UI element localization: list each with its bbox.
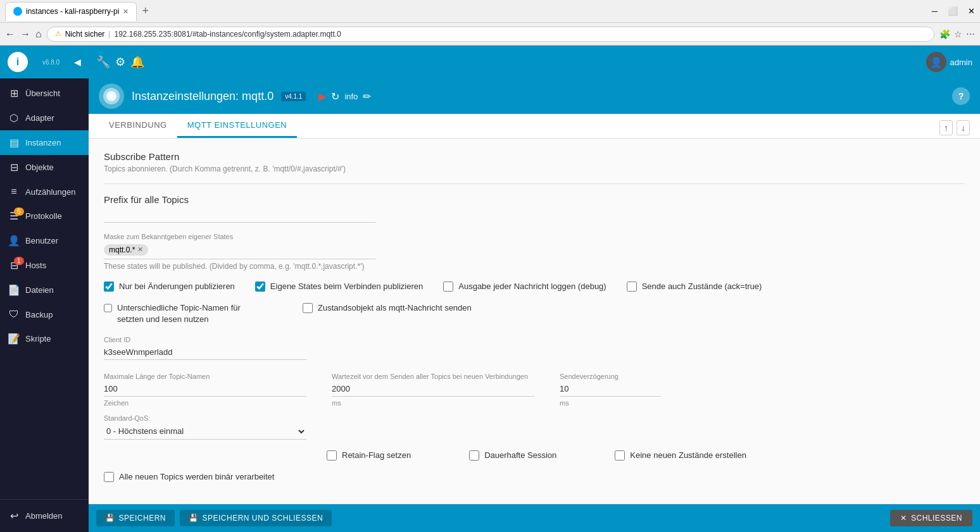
back-btn[interactable]: ← [5,28,15,40]
checkbox-eigene-states-input[interactable] [255,281,265,292]
save-close-icon: 💾 [189,514,199,523]
upload-btn[interactable]: ↑ [939,120,953,135]
checkbox-binaer-input[interactable] [104,472,114,482]
max-laenge-group: Maximale Länge der Topic-Namen Zeichen [104,373,306,407]
not-secure-label: Nicht sicher [65,30,105,39]
sidebar-label-aufzaehlungen: Aufzählungen [25,187,76,197]
tab-mqtt[interactable]: MQTT EINSTELLUNGEN [177,114,298,138]
address-bar[interactable]: ⚠ Nicht sicher | 192.168.255.235:8081/#t… [47,27,934,42]
settings-icon[interactable]: ⚙ [115,55,125,69]
adapter-logo [99,84,124,109]
checkbox-nur-aenderungen-input[interactable] [104,281,114,292]
close-window-btn[interactable]: ✕ [968,6,975,16]
tags-input[interactable]: mqtt.0.* ✕ [104,240,376,259]
sidebar-item-backup[interactable]: 🛡 Backup [0,302,89,326]
skripte-icon: 📝 [8,333,20,345]
sidebar-item-skripte[interactable]: 📝 Skripte [0,326,89,351]
sidebar-label-uebersicht: Übersicht [25,89,60,98]
checkbox-ausgabe-loggen-label: Ausgabe jeder Nachricht loggen (debug) [458,281,606,292]
client-id-input[interactable] [104,345,306,360]
notifications-icon[interactable]: 🔔 [130,55,144,69]
checkbox-unterschiedliche-topics-input[interactable] [104,303,112,313]
header-actions: ▶ ↻ info ✏ [318,90,371,102]
sidebar-item-hosts[interactable]: ⊟ 1 Hosts [0,253,89,278]
checkbox-dauerhafte-session: Dauerhafte Session [469,450,556,461]
checkbox-ausgabe-loggen-input[interactable] [443,281,453,292]
checkbox-retain-flag-input[interactable] [327,450,337,461]
admin-user: 👤 admin [926,52,972,72]
sidebar-label-hosts: Hosts [25,261,46,270]
sidebar-footer[interactable]: ↩ Abmelden [0,499,89,532]
subscribe-pattern-section: Subscribe Pattern Topics abonnieren. (Du… [104,151,965,173]
favorites-btn[interactable]: ☆ [954,29,962,39]
tab-verbindung[interactable]: VERBINDUNG [99,114,177,138]
sidebar-item-objekte[interactable]: ⊟ Objekte [0,155,89,180]
dateien-icon: 📄 [8,284,20,296]
sidebar-item-aufzaehlungen[interactable]: ≡ Aufzählungen [0,180,89,204]
tab-actions: ↑ ↓ [939,120,970,138]
checkbox-sende-zustaende-input[interactable] [627,281,637,292]
edit-btn[interactable]: ✏ [363,90,371,102]
checkbox-row-2: Unterschiedliche Topic-Namen für setzten… [104,302,965,325]
browser-nav-actions: 🧩 ☆ ⋯ [939,29,975,39]
numeric-fields-row: Maximale Länge der Topic-Namen Zeichen W… [104,373,965,407]
checkbox-dauerhafte-session-input[interactable] [469,450,479,461]
checkbox-zustandsobjekt-input[interactable] [303,303,313,313]
prefix-section: Prefix für alle Topics [104,194,965,223]
sidebar-label-benutzer: Benutzer [25,236,58,245]
tabs-bar: VERBINDUNG MQTT EINSTELLUNGEN ↑ ↓ [89,114,980,139]
abmelden-icon: ↩ [8,510,20,522]
close-btn[interactable]: ✕ SCHLIESSEN [890,510,972,526]
checkbox-ausgabe-loggen: Ausgabe jeder Nachricht loggen (debug) [443,281,606,292]
save-label: SPEICHERN [119,514,166,523]
checkbox-dauerhafte-session-label: Dauerhafte Session [484,450,556,461]
download-btn[interactable]: ↓ [957,120,970,135]
restore-btn[interactable]: ⬜ [948,6,958,16]
max-laenge-input[interactable] [104,381,306,397]
sidebar-label-objekte: Objekte [25,163,54,172]
save-close-btn[interactable]: 💾 SPEICHERN UND SCHLIESSEN [180,510,332,526]
checkbox-zustandsobjekt-label: Zustandsobjekt als mqtt-Nachricht senden [318,302,472,314]
sidebar-item-protokolle[interactable]: ☰ 5 Protokolle [0,204,89,228]
qos-section: Standard-QoS: 0 - Höchstens einmal 1 - M… [104,414,965,440]
home-btn[interactable]: ⌂ [35,28,42,40]
objekte-icon: ⊟ [8,161,20,173]
active-tab[interactable]: instances - kali-raspberry-pi ✕ [5,2,137,21]
help-btn[interactable]: ? [952,87,970,105]
tools-icon[interactable]: 🔧 [96,55,110,69]
browser-tab-bar: instances - kali-raspberry-pi ✕ + ─ ⬜ ✕ [0,0,980,23]
divider-1 [104,183,965,184]
backup-icon: 🛡 [8,309,20,320]
minimize-btn[interactable]: ─ [932,6,938,16]
abmelden-btn[interactable]: ↩ Abmelden [8,506,81,526]
sidebar-header: i v6.8.0 ◀ [0,46,89,78]
new-tab-btn[interactable]: + [139,4,151,18]
tag-close-btn[interactable]: ✕ [137,245,143,254]
extensions-btn[interactable]: 🧩 [939,29,950,39]
qos-select[interactable]: 0 - Höchstens einmal 1 - Mindestens einm… [104,423,306,440]
security-warning: ⚠ [55,30,61,38]
save-icon: 💾 [105,514,115,523]
close-label: SCHLIESSEN [911,514,962,523]
save-btn[interactable]: 💾 SPEICHERN [96,510,175,526]
sidebar-item-uebersicht[interactable]: ⊞ Übersicht [0,81,89,106]
play-btn[interactable]: ▶ [318,90,326,102]
sidebar-item-adapter[interactable]: ⬡ Adapter [0,106,89,130]
sendeverzoegerung-input[interactable] [560,381,661,397]
sidebar-collapse-btn[interactable]: ◀ [74,57,81,67]
tab-close-btn[interactable]: ✕ [123,8,129,16]
wartezeit-input[interactable] [332,381,534,397]
checkbox-keine-neuen-input[interactable] [615,450,625,461]
checkbox-keine-neuen-label: Keine neuen Zustände erstellen [630,450,746,461]
close-icon: ✕ [900,514,907,523]
sidebar-item-dateien[interactable]: 📄 Dateien [0,278,89,302]
forward-btn[interactable]: → [20,28,30,40]
sidebar-item-instanzen[interactable]: ▤ Instanzen [0,130,89,155]
main-content: 🔧 ⚙ 🔔 👤 admin Instanzeinstellungen: mqtt… [89,46,980,532]
checkbox-unterschiedliche-topics: Unterschiedliche Topic-Namen für setzten… [104,302,262,325]
qos-group: Standard-QoS: 0 - Höchstens einmal 1 - M… [104,414,306,440]
refresh-btn[interactable]: ↻ [331,90,339,102]
menu-btn[interactable]: ⋯ [966,29,975,39]
sidebar-item-benutzer[interactable]: 👤 Benutzer [0,228,89,253]
prefix-input[interactable] [104,207,376,223]
